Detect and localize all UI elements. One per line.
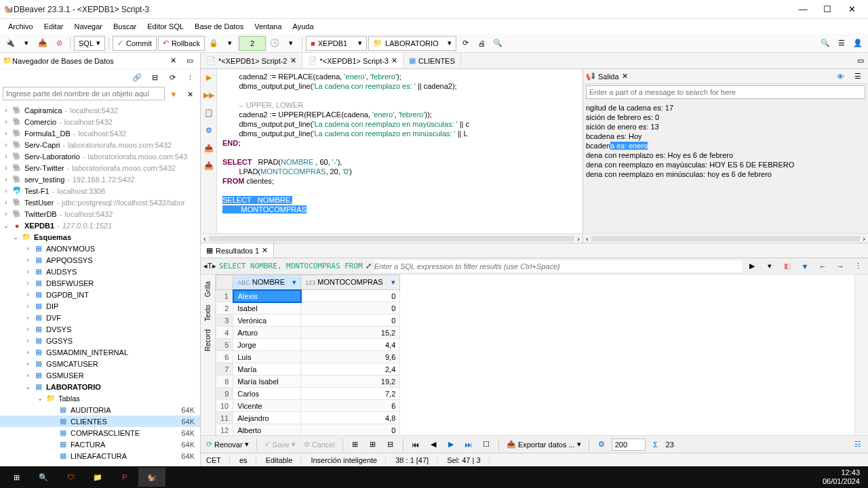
first-page[interactable]: ⏮ <box>408 437 423 452</box>
table-comprascliente[interactable]: ▦COMPRASCLIENTE64K <box>0 427 200 439</box>
filter-icon[interactable]: ▼ <box>166 87 181 102</box>
history-button[interactable]: 🕓 <box>267 36 282 51</box>
funnel-icon[interactable]: ▼ <box>797 259 812 274</box>
connection-selector[interactable]: ■XEPDB1▾ <box>306 36 367 51</box>
view-grilla[interactable]: Grilla <box>203 277 213 301</box>
conn-test-f1[interactable]: ›🐬Test-F1 - localhost:3306 <box>0 185 200 197</box>
h-scrollbar[interactable]: ‹› <box>201 233 583 243</box>
run-icon[interactable]: ▶ <box>203 72 214 83</box>
tab-script-2[interactable]: 📄*<XEPDB1> Script-2✕ <box>201 53 302 68</box>
page-menu[interactable]: ☐ <box>479 437 494 452</box>
run-script-icon[interactable]: ▶▶ <box>203 89 214 100</box>
disconnect-button[interactable]: ⊘ <box>52 36 66 51</box>
apply-filter[interactable]: ▶ <box>745 259 760 274</box>
count-icon[interactable]: Σ <box>648 437 663 452</box>
view-texto[interactable]: Texto <box>203 301 213 325</box>
conn-serv-testing[interactable]: ›🐘serv_testing - 192.168.1.72:5432 <box>0 174 200 185</box>
txn-count-input[interactable] <box>239 36 266 51</box>
code-editor[interactable]: cadena2 := REPLACE(cadena, 'enero', 'feb… <box>217 69 583 233</box>
schema-laboratorio[interactable]: ⌄▦LABORATORIO <box>0 381 200 392</box>
menu-base-datos[interactable]: Base de Datos <box>189 21 249 32</box>
schema-selector[interactable]: 📁LABORATORIO▾ <box>368 36 456 51</box>
stop-icon[interactable]: ⚙ <box>203 125 214 136</box>
conn-formula1[interactable]: ›🐘Formula1_DB - localhost:5432 <box>0 127 200 139</box>
zoom-button[interactable]: 🔍 <box>490 36 505 51</box>
page-size-input[interactable] <box>612 439 646 451</box>
user-button[interactable]: 👤 <box>850 36 865 51</box>
refresh-tree-icon[interactable]: ⟳ <box>165 70 180 85</box>
table-factura[interactable]: ▦FACTURA64K <box>0 439 200 450</box>
nav-menu[interactable]: ⋮ <box>850 259 865 274</box>
import-icon[interactable]: 📥 <box>203 160 214 171</box>
table-auditoria[interactable]: ▦AUDITORIA64K <box>0 404 200 415</box>
new-connection-dropdown[interactable]: ▾ <box>19 36 34 51</box>
tab-close[interactable]: ✕ <box>391 56 397 65</box>
table-clientes[interactable]: ▦CLIENTES64K <box>0 415 200 427</box>
conn-serv-lab[interactable]: ›🐘Serv-Laboratorio - laboratoriorafa.moo… <box>0 150 200 162</box>
start-button[interactable]: ⊞ <box>3 468 30 487</box>
conn-serv-twitter[interactable]: ›🐘Serv-Twitter - laboratoriorafa.mooo.co… <box>0 162 200 174</box>
collapse-icon[interactable]: ⊟ <box>147 70 162 85</box>
cancel-results[interactable]: ⊘Cancel <box>301 439 338 450</box>
menu-ventana[interactable]: Ventana <box>249 21 287 32</box>
perspective-button[interactable]: ☰ <box>834 36 849 51</box>
filter-input[interactable] <box>374 260 742 272</box>
task-brave[interactable]: 🛡 <box>57 468 84 487</box>
link-editor-icon[interactable]: 🔗 <box>130 70 144 85</box>
schema-item[interactable]: ›▦DGPDB_INT <box>0 289 200 300</box>
maximize-button[interactable]: ☐ <box>815 1 840 18</box>
schema-item[interactable]: ›▦ANONYMOUS <box>0 243 200 254</box>
explain-icon[interactable]: 📋 <box>203 107 214 118</box>
col-nombre[interactable]: ABC NOMBRE ▾ <box>233 275 301 290</box>
add-row[interactable]: ⊞ <box>348 437 363 452</box>
txn-lock-button[interactable]: 🔒 <box>206 36 221 51</box>
menu-ayuda[interactable]: Ayuda <box>288 21 319 32</box>
output-scroll[interactable]: ‹› <box>583 233 868 243</box>
minimize-button[interactable]: — <box>791 1 815 18</box>
sidebar-min[interactable]: ▭ <box>182 54 197 68</box>
eye-icon[interactable]: 👁 <box>833 69 848 84</box>
menu-archivo[interactable]: Archivo <box>3 21 39 32</box>
tablas-node[interactable]: ⌄📁Tablas <box>0 392 200 404</box>
schema-item[interactable]: ›▦DIP <box>0 300 200 312</box>
view-record[interactable]: Record <box>203 325 213 355</box>
right-panels[interactable] <box>854 274 868 435</box>
output-search-input[interactable] <box>586 85 865 99</box>
conn-serv-capri[interactable]: ›🐘Serv-Capri - laboratoriorafa.mooo.com:… <box>0 139 200 150</box>
task-explorer[interactable]: 📁 <box>84 468 111 487</box>
system-clock[interactable]: 12:43 06/01/2024 <box>817 468 865 486</box>
schema-item[interactable]: ›▦DVSYS <box>0 323 200 335</box>
history-dropdown[interactable]: ▾ <box>283 36 298 51</box>
clear-filter-icon[interactable]: ✕ <box>182 87 197 102</box>
conn-testuser[interactable]: ›🐘TestUser - jdbc:postgresql://localhost… <box>0 197 200 208</box>
schema-item[interactable]: ›▦AUDSYS <box>0 266 200 277</box>
rollback-button[interactable]: ↶Rollback <box>158 36 205 51</box>
output-menu[interactable]: ☰ <box>850 69 865 84</box>
esquemas-node[interactable]: ⌄📁Esquemas <box>0 231 200 243</box>
task-powerpoint[interactable]: P <box>111 468 138 487</box>
last-page[interactable]: ⏭ <box>461 437 476 452</box>
results-grid[interactable]: ABC NOMBRE ▾ 123 MONTOCOMPRAS ▾ 1Alexis0… <box>216 274 854 435</box>
menu-icon[interactable]: ⋮ <box>182 70 197 85</box>
sidebar-search-input[interactable] <box>3 87 165 100</box>
menu-editor-sql[interactable]: Editor SQL <box>142 21 189 32</box>
prev-page[interactable]: ◀ <box>426 437 441 452</box>
output-close[interactable]: ✕ <box>622 72 628 81</box>
conn-twitterdb[interactable]: ›🐘TwitterDB - localhost:5432 <box>0 208 200 220</box>
conn-comercio[interactable]: ›🐘Comercio - localhost:5432 <box>0 116 200 127</box>
nav-back[interactable]: ← <box>815 259 830 274</box>
settings-icon[interactable]: ⚙ <box>594 437 609 452</box>
menu-editar[interactable]: Editar <box>39 21 69 32</box>
expand-icon[interactable]: ⤢ <box>366 262 372 270</box>
editor-min[interactable]: ▭ <box>853 53 868 68</box>
print-button[interactable]: 🖨 <box>474 36 489 51</box>
schema-item[interactable]: ›▦GGSYS <box>0 335 200 346</box>
menu-navegar[interactable]: Navegar <box>68 21 108 32</box>
eraser-icon[interactable]: ◧ <box>780 259 795 274</box>
panels-toggle[interactable]: ☷ <box>850 437 865 452</box>
output-text[interactable]: ngitud de la cadena es: 17 sición de feb… <box>583 100 868 233</box>
schema-item[interactable]: ›▦GSMUSER <box>0 369 200 381</box>
schema-item[interactable]: ›▦GSMADMIN_INTERNAL <box>0 346 200 358</box>
schema-item[interactable]: ›▦APPQOSSYS <box>0 254 200 266</box>
refresh-button[interactable]: ⟳ <box>458 36 473 51</box>
